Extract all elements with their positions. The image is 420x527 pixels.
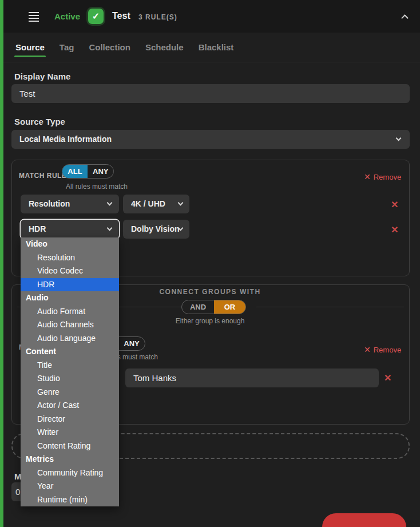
danger-action-button[interactable] xyxy=(322,513,406,527)
dropdown-group-header: Video xyxy=(21,237,119,251)
tab-schedule[interactable]: Schedule xyxy=(144,34,185,60)
group1-all-any-toggle: ALL ANY xyxy=(62,164,114,179)
and-or-toggle: AND OR xyxy=(181,300,246,314)
rule2-field-select[interactable]: HDR xyxy=(21,220,119,239)
dropdown-option[interactable]: Audio Language xyxy=(21,332,119,346)
rule-header: Active ✓ Test 3 RULE(S) xyxy=(3,0,420,33)
rule2-value-select[interactable]: Dolby Vision xyxy=(123,220,189,239)
display-name-label: Display Name xyxy=(14,72,70,81)
dropdown-option[interactable]: Year xyxy=(21,480,119,493)
dropdown-option[interactable]: Writer xyxy=(21,426,119,439)
dropdown-option[interactable]: Community Rating xyxy=(21,466,119,480)
check-icon: ✓ xyxy=(92,11,100,22)
collapse-chevron-up-icon[interactable] xyxy=(401,14,409,22)
rule-count-badge: 3 RULE(S) xyxy=(138,13,177,21)
source-type-label: Source Type xyxy=(14,117,65,126)
source-type-select[interactable]: Local Media Information xyxy=(11,130,410,149)
rule2-delete-button[interactable]: ✕ xyxy=(391,225,398,235)
chevron-down-icon xyxy=(107,200,113,206)
display-name-input[interactable]: Test xyxy=(11,84,410,103)
group2-remove-button[interactable]: ✕Remove xyxy=(364,345,401,354)
toggle-all-button[interactable]: ALL xyxy=(62,165,88,178)
dropdown-option[interactable]: Video Codec xyxy=(21,264,119,278)
dropdown-option[interactable]: Genre xyxy=(21,386,119,399)
dropdown-group-header: Content xyxy=(21,345,119,359)
tab-tag[interactable]: Tag xyxy=(58,34,76,60)
dropdown-option[interactable]: Actor / Cast xyxy=(21,399,119,413)
dropdown-option[interactable]: Content Rating xyxy=(21,439,119,453)
toggle-or-button[interactable]: OR xyxy=(214,300,245,314)
remove-x-icon: ✕ xyxy=(364,172,371,181)
rule3-delete-button[interactable]: ✕ xyxy=(384,374,391,383)
toggle-any-button[interactable]: ANY xyxy=(88,165,113,178)
rule3-value-input[interactable]: Tom Hanks xyxy=(125,368,379,387)
active-checkbox[interactable]: ✓ xyxy=(88,9,104,24)
tab-collection[interactable]: Collection xyxy=(88,34,132,60)
rule1-field-select[interactable]: Resolution xyxy=(21,195,119,213)
group1-toggle-subtitle: All rules must match xyxy=(66,183,128,191)
field-dropdown-menu: VideoResolutionVideo CodecHDRAudioAudio … xyxy=(21,237,119,506)
group1-remove-button[interactable]: ✕Remove xyxy=(364,172,401,181)
dropdown-option[interactable]: Audio Format xyxy=(21,305,119,319)
dropdown-option[interactable]: Studio xyxy=(21,372,119,386)
dropdown-group-header: Audio xyxy=(21,291,119,305)
connector-divider-right xyxy=(256,307,404,307)
chevron-down-icon xyxy=(396,136,402,141)
rule-editor-page: Active ✓ Test 3 RULE(S) Source Tag Colle… xyxy=(0,0,420,527)
tab-source[interactable]: Source xyxy=(14,34,46,60)
dropdown-option[interactable]: Runtime (min) xyxy=(21,493,119,507)
active-status-label: Active xyxy=(54,11,80,21)
chevron-down-icon xyxy=(178,200,184,206)
remove-x-icon: ✕ xyxy=(364,345,371,354)
dropdown-group-header: Metrics xyxy=(21,453,119,466)
dropdown-option[interactable]: Title xyxy=(21,359,119,373)
dropdown-option[interactable]: Resolution xyxy=(21,251,119,265)
dropdown-option[interactable]: HDR xyxy=(21,278,119,292)
active-accent-bar xyxy=(0,0,3,527)
rule1-delete-button[interactable]: ✕ xyxy=(391,200,398,209)
rule1-value-select[interactable]: 4K / UHD xyxy=(123,195,189,213)
dropdown-option[interactable]: Director xyxy=(21,413,119,426)
drag-handle-icon[interactable] xyxy=(29,12,39,20)
toggle-any-button[interactable]: ANY xyxy=(118,337,145,350)
toggle-and-button[interactable]: AND xyxy=(182,300,214,314)
rule-title: Test xyxy=(112,11,130,21)
tab-blacklist[interactable]: Blacklist xyxy=(197,34,235,60)
tab-bar: Source Tag Collection Schedule Blacklist xyxy=(3,33,420,62)
chevron-down-icon xyxy=(107,225,113,231)
dropdown-option[interactable]: Audio Channels xyxy=(21,318,119,332)
